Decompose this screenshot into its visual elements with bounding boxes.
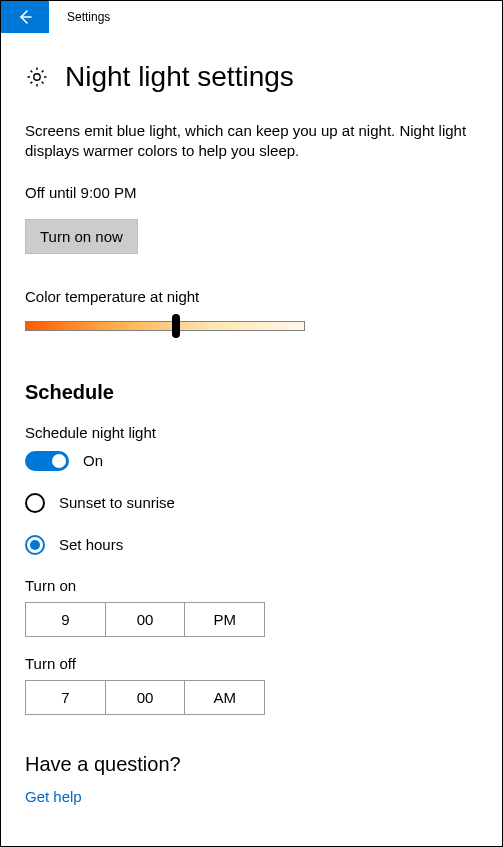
radio-set-hours[interactable]: Set hours <box>25 535 478 555</box>
schedule-toggle[interactable] <box>25 451 69 471</box>
help-heading: Have a question? <box>25 753 478 776</box>
turn-off-time-picker[interactable]: 7 00 AM <box>25 680 265 715</box>
turn-on-label: Turn on <box>25 577 478 594</box>
schedule-toggle-state: On <box>83 452 103 469</box>
turn-off-period[interactable]: AM <box>185 681 264 714</box>
back-arrow-icon <box>17 9 33 25</box>
turn-on-now-button[interactable]: Turn on now <box>25 219 138 254</box>
slider-thumb[interactable] <box>172 314 180 338</box>
turn-on-minute[interactable]: 00 <box>106 603 186 636</box>
color-temperature-slider[interactable] <box>25 315 305 337</box>
turn-on-period[interactable]: PM <box>185 603 264 636</box>
page-title: Night light settings <box>65 61 294 93</box>
turn-on-time-picker[interactable]: 9 00 PM <box>25 602 265 637</box>
page-header: Night light settings <box>25 61 478 93</box>
schedule-heading: Schedule <box>25 381 478 404</box>
gear-icon <box>25 65 51 89</box>
get-help-link[interactable]: Get help <box>25 788 478 805</box>
radio-icon <box>25 535 45 555</box>
radio-label: Set hours <box>59 536 123 553</box>
slider-track <box>25 321 305 331</box>
status-text: Off until 9:00 PM <box>25 184 478 201</box>
turn-off-label: Turn off <box>25 655 478 672</box>
radio-label: Sunset to sunrise <box>59 494 175 511</box>
back-button[interactable] <box>1 1 49 33</box>
window-title: Settings <box>67 10 110 24</box>
radio-sunset-to-sunrise[interactable]: Sunset to sunrise <box>25 493 478 513</box>
turn-off-minute[interactable]: 00 <box>106 681 186 714</box>
title-bar: Settings <box>1 1 502 33</box>
page-description: Screens emit blue light, which can keep … <box>25 121 478 162</box>
turn-off-hour[interactable]: 7 <box>26 681 106 714</box>
schedule-toggle-label: Schedule night light <box>25 424 478 441</box>
color-temperature-label: Color temperature at night <box>25 288 478 305</box>
svg-point-1 <box>34 74 40 80</box>
turn-on-hour[interactable]: 9 <box>26 603 106 636</box>
radio-icon <box>25 493 45 513</box>
